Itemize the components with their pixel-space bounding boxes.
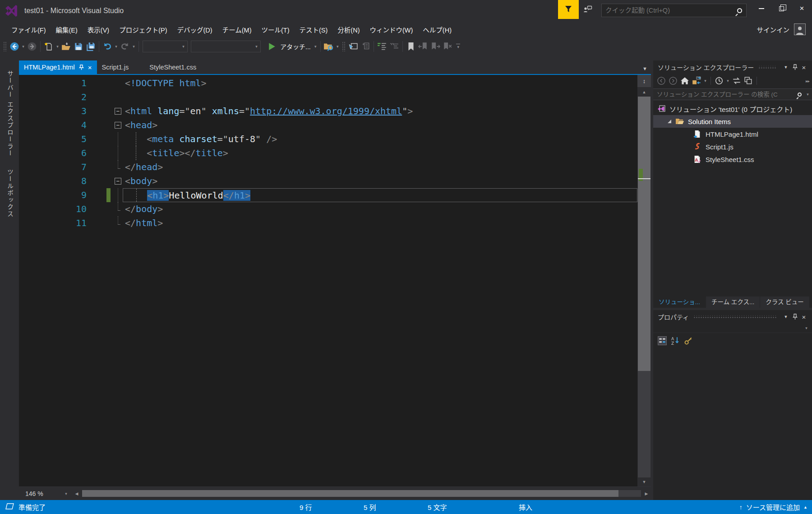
zoom-control[interactable]: 146 % ▾ (19, 490, 72, 497)
line-number[interactable]: 4 (19, 118, 87, 132)
chevron-down-icon[interactable]: ▾ (335, 44, 340, 49)
fold-collapse-button[interactable]: − (113, 174, 123, 188)
add-to-source-control-button[interactable]: ↑ ソース管理に追加 ▲ (739, 500, 807, 514)
horizontal-scrollbar-track[interactable] (82, 490, 641, 497)
menu-item-test[interactable]: テスト(S) (295, 23, 333, 36)
collapse-minus-icon[interactable]: − (115, 108, 121, 115)
navigate-to-button[interactable] (347, 41, 359, 52)
menu-item-tools[interactable]: ツール(T) (256, 23, 294, 36)
menu-item-help[interactable]: ヘルプ(H) (418, 23, 457, 36)
categorized-button[interactable] (657, 335, 668, 346)
code-text[interactable]: </head> (123, 160, 637, 174)
navigate-forward-button[interactable] (26, 41, 38, 52)
close-button[interactable]: × (792, 0, 812, 17)
code-text[interactable]: <head> (123, 118, 637, 132)
search-icon[interactable] (733, 8, 746, 13)
code-line-6[interactable]: 6 <title></title> (19, 146, 637, 160)
line-number[interactable]: 7 (19, 160, 87, 174)
solution-explorer-search-box[interactable]: ▾ (653, 88, 812, 100)
save-button[interactable] (73, 41, 84, 52)
editor-splitter-handle[interactable]: ↕ (637, 75, 651, 88)
attach-button[interactable]: アタッチ... (280, 42, 311, 51)
code-line-1[interactable]: 1<!DOCTYPE html> (19, 76, 637, 90)
toolbar-options-button[interactable]: ▾ (455, 44, 462, 49)
close-icon[interactable]: × (799, 312, 808, 321)
copy-to-clipboard-ring-button[interactable] (360, 41, 371, 52)
server-explorer-tab[interactable]: サーバー エクスプローラー (5, 70, 14, 157)
toolbox-tab[interactable]: ツールボックス (5, 169, 14, 218)
chevron-down-icon[interactable]: ▾ (131, 44, 136, 49)
search-icon[interactable] (798, 93, 802, 97)
menu-item-debug[interactable]: デバッグ(D) (172, 23, 217, 36)
code-text[interactable]: </html> (123, 216, 637, 230)
chevron-down-icon[interactable]: ▾ (114, 44, 119, 49)
code-text[interactable]: <title></title> (123, 146, 637, 160)
line-number[interactable]: 3 (19, 104, 87, 118)
close-icon[interactable]: × (799, 63, 808, 72)
window-position-dropdown[interactable]: ▼ (781, 312, 790, 321)
toolbar-overflow[interactable]: ▸▸ (806, 79, 809, 83)
redo-button[interactable] (119, 41, 131, 52)
open-file-button[interactable] (60, 41, 72, 52)
line-number[interactable]: 1 (19, 76, 87, 90)
line-number[interactable]: 8 (19, 174, 87, 188)
line-number[interactable]: 5 (19, 132, 87, 146)
find-in-files-button[interactable] (323, 41, 335, 52)
panel-tab-team[interactable]: チーム エクス... (706, 296, 760, 308)
code-text[interactable]: <html lang="en" xmlns="http://www.w3.org… (123, 104, 637, 118)
line-number[interactable]: 11 (19, 216, 87, 230)
pin-icon[interactable] (790, 312, 799, 321)
restore-button[interactable] (771, 0, 792, 17)
code-text[interactable]: <meta charset="utf-8" /> (123, 132, 637, 146)
previous-bookmark-button[interactable] (417, 41, 429, 52)
toolbar-grip[interactable] (342, 42, 346, 51)
code-text[interactable]: <!DOCTYPE html> (123, 76, 637, 90)
undo-button[interactable] (102, 41, 113, 52)
solution-explorer-header[interactable]: ソリューション エクスプローラー ▼ × (653, 60, 812, 74)
tree-item-script1[interactable]: Script1.js (653, 140, 812, 153)
navigate-backward-button[interactable] (9, 41, 20, 52)
vertical-scrollbar-thumb[interactable] (638, 97, 651, 371)
expanded-arrow-icon[interactable] (668, 120, 671, 123)
toolbar-combobox-configuration[interactable]: ▾ (143, 41, 188, 52)
code-line-7[interactable]: 7</head> (19, 160, 637, 174)
code-line-8[interactable]: 8−<body> (19, 174, 637, 188)
pending-changes-filter-button[interactable] (714, 75, 724, 86)
editor-tab-stylesheet1[interactable]: StyleSheet1.css (144, 60, 201, 74)
code-line-5[interactable]: 5 <meta charset="utf-8" /> (19, 132, 637, 146)
fold-collapse-button[interactable]: − (113, 118, 123, 132)
editor-tab-htmlpage1[interactable]: HTMLPage1.html× (19, 60, 97, 74)
chevron-down-icon[interactable]: ▾ (805, 92, 810, 97)
close-icon[interactable]: × (88, 64, 92, 71)
next-bookmark-button[interactable] (429, 41, 441, 52)
menu-item-analyze[interactable]: 分析(N) (332, 23, 364, 36)
clear-bookmarks-button[interactable] (442, 41, 453, 52)
code-line-3[interactable]: 3−<html lang="en" xmlns="http://www.w3.o… (19, 104, 637, 118)
solution-explorer-search-input[interactable] (657, 91, 798, 98)
feedback-button[interactable] (579, 0, 597, 19)
tree-item-solution[interactable]: ソリューション 'test01' (0 プロジェクト) (653, 102, 812, 115)
code-text[interactable] (123, 90, 637, 104)
back-button[interactable] (656, 75, 667, 86)
collapse-minus-icon[interactable]: − (115, 178, 121, 185)
quick-launch-box[interactable] (601, 4, 747, 17)
editor-tab-script1[interactable]: Script1.js (97, 60, 134, 74)
minimize-button[interactable] (751, 0, 771, 17)
comment-button[interactable] (388, 41, 400, 52)
chevron-down-icon[interactable]: ▾ (725, 79, 730, 83)
chevron-down-icon[interactable]: ▾ (703, 79, 708, 83)
panel-tab-solution[interactable]: ソリューショ... (653, 296, 706, 308)
scroll-left-button[interactable]: ◀ (72, 491, 81, 496)
panel-tab-classview[interactable]: クラス ビュー (760, 296, 809, 308)
line-number[interactable]: 6 (19, 146, 87, 160)
indent-button[interactable] (376, 41, 388, 52)
scroll-down-button[interactable]: ▼ (637, 477, 651, 486)
quick-launch-input[interactable] (602, 7, 733, 14)
chevron-down-icon[interactable]: ▾ (55, 44, 60, 49)
scroll-right-button[interactable]: ▶ (642, 491, 651, 496)
fold-collapse-button[interactable]: − (113, 104, 123, 118)
code-editor[interactable]: 1<!DOCTYPE html>23−<html lang="en" xmlns… (19, 75, 637, 486)
property-pages-key-button[interactable] (683, 335, 694, 346)
tree-item-solution-items[interactable]: Solution Items (653, 115, 812, 128)
collapse-minus-icon[interactable]: − (115, 122, 121, 129)
